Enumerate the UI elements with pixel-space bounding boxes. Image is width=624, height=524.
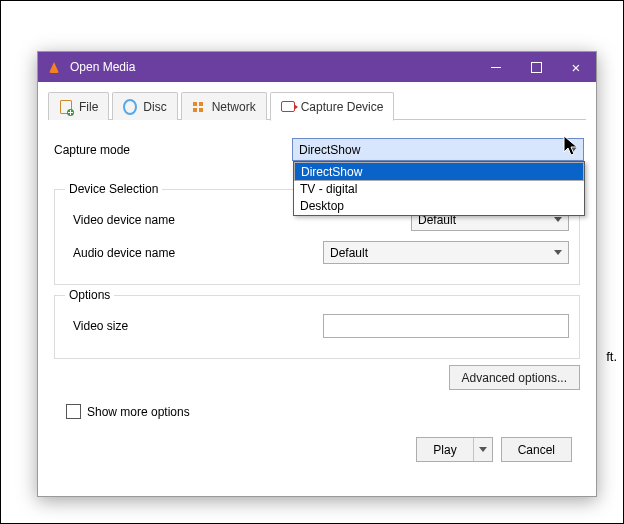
- capture-mode-combo[interactable]: DirectShow DirectShow TV - digital Deskt…: [292, 138, 584, 161]
- capture-mode-option[interactable]: Desktop: [294, 198, 584, 215]
- vlc-cone-icon: [44, 62, 64, 73]
- close-button[interactable]: ×: [556, 52, 596, 82]
- network-icon: [192, 100, 206, 114]
- tab-capture-device[interactable]: Capture Device: [270, 92, 395, 121]
- tab-disc[interactable]: Disc: [112, 92, 177, 120]
- tab-label: Capture Device: [301, 100, 384, 114]
- advanced-options-button[interactable]: Advanced options...: [449, 365, 580, 390]
- cancel-button[interactable]: Cancel: [501, 437, 572, 462]
- chevron-down-icon: [569, 147, 577, 152]
- tab-label: Disc: [143, 100, 166, 114]
- play-split-button[interactable]: [473, 438, 492, 461]
- close-icon: ×: [572, 60, 581, 75]
- capture-mode-dropdown: DirectShow TV - digital Desktop: [293, 161, 585, 216]
- open-media-window: Open Media × File Disc Network: [37, 51, 597, 497]
- cancel-label: Cancel: [502, 443, 571, 457]
- tab-network[interactable]: Network: [181, 92, 267, 120]
- maximize-button[interactable]: [516, 52, 556, 82]
- tab-label: Network: [212, 100, 256, 114]
- capture-mode-value: DirectShow: [299, 143, 360, 157]
- chevron-down-icon: [554, 217, 562, 222]
- capture-mode-label: Capture mode: [54, 143, 292, 157]
- window-title: Open Media: [70, 60, 476, 74]
- capture-icon: [281, 100, 295, 114]
- play-button[interactable]: Play: [416, 437, 492, 462]
- show-more-checkbox[interactable]: [66, 404, 81, 419]
- minimize-icon: [491, 67, 501, 68]
- titlebar: Open Media ×: [38, 52, 596, 82]
- video-size-input[interactable]: [323, 314, 569, 338]
- advanced-options-label: Advanced options...: [462, 371, 567, 385]
- audio-device-select[interactable]: Default: [323, 241, 569, 264]
- video-device-label: Video device name: [73, 213, 323, 227]
- options-legend: Options: [65, 288, 114, 302]
- chevron-down-icon: [479, 447, 487, 452]
- audio-device-value: Default: [330, 246, 368, 260]
- minimize-button[interactable]: [476, 52, 516, 82]
- capture-mode-option[interactable]: DirectShow: [294, 162, 584, 181]
- video-size-label: Video size: [73, 319, 323, 333]
- stray-text: ft.: [606, 349, 617, 364]
- tab-panel: Capture mode DirectShow DirectShow TV - …: [38, 120, 596, 462]
- audio-device-label: Audio device name: [73, 246, 323, 260]
- show-more-label: Show more options: [87, 405, 190, 419]
- tab-strip: File Disc Network Capture Device: [48, 92, 586, 120]
- device-selection-legend: Device Selection: [65, 182, 162, 196]
- disc-icon: [123, 100, 137, 114]
- options-group: Options Video size: [54, 295, 580, 359]
- capture-mode-option[interactable]: TV - digital: [294, 181, 584, 198]
- chevron-down-icon: [554, 250, 562, 255]
- tab-file[interactable]: File: [48, 92, 109, 120]
- page-bg: ft. Open Media × File Disc: [1, 1, 623, 523]
- tab-label: File: [79, 100, 98, 114]
- maximize-icon: [531, 62, 542, 73]
- file-icon: [59, 100, 73, 114]
- play-label: Play: [417, 443, 472, 457]
